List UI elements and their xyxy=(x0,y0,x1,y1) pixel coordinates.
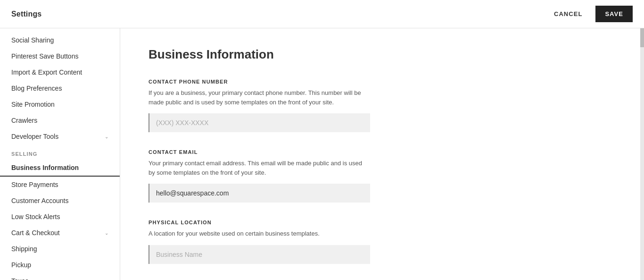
sidebar-item-shipping[interactable]: Shipping xyxy=(0,241,120,257)
body: Social Sharing Pinterest Save Buttons Im… xyxy=(0,28,644,280)
sidebar-item-cart-checkout[interactable]: Cart & Checkout ⌄ xyxy=(0,225,120,241)
settings-title: Settings xyxy=(11,10,41,18)
right-scrollbar[interactable] xyxy=(640,28,644,280)
sidebar-item-blog-preferences[interactable]: Blog Preferences xyxy=(0,80,120,96)
chevron-down-icon: ⌄ xyxy=(105,134,108,139)
contact-email-section: CONTACT EMAIL Your primary contact email… xyxy=(149,149,612,203)
sidebar: Social Sharing Pinterest Save Buttons Im… xyxy=(0,28,120,280)
sidebar-item-business-information[interactable]: Business Information xyxy=(0,160,120,177)
chevron-down-icon: ⌄ xyxy=(105,230,108,236)
contact-email-input[interactable] xyxy=(149,184,370,203)
right-scrollbar-thumb[interactable] xyxy=(640,28,644,47)
sidebar-item-customer-accounts[interactable]: Customer Accounts xyxy=(0,193,120,209)
contact-email-desc: Your primary contact email address. This… xyxy=(149,159,370,177)
sidebar-item-pinterest-save-buttons[interactable]: Pinterest Save Buttons xyxy=(0,48,120,64)
sidebar-item-store-payments[interactable]: Store Payments xyxy=(0,177,120,193)
sidebar-item-import-export-content[interactable]: Import & Export Content xyxy=(0,64,120,80)
contact-phone-input[interactable] xyxy=(149,113,370,132)
physical-location-desc: A location for your website used on cert… xyxy=(149,229,370,238)
main-content: Business Information CONTACT PHONE NUMBE… xyxy=(120,28,640,280)
sidebar-item-pickup[interactable]: Pickup xyxy=(0,257,120,273)
save-button[interactable]: SAVE xyxy=(595,6,633,22)
page-title: Business Information xyxy=(149,47,612,62)
sidebar-item-crawlers[interactable]: Crawlers xyxy=(0,112,120,128)
sidebar-item-low-stock-alerts[interactable]: Low Stock Alerts xyxy=(0,209,120,225)
physical-location-section: PHYSICAL LOCATION A location for your we… xyxy=(149,220,612,264)
selling-section-label: SELLING xyxy=(0,144,120,160)
header-actions: CANCEL SAVE xyxy=(548,6,633,22)
physical-location-label: PHYSICAL LOCATION xyxy=(149,220,612,225)
cancel-button[interactable]: CANCEL xyxy=(548,7,588,21)
sidebar-item-developer-tools[interactable]: Developer Tools ⌄ xyxy=(0,128,120,144)
sidebar-item-site-promotion[interactable]: Site Promotion xyxy=(0,96,120,112)
contact-email-label: CONTACT EMAIL xyxy=(149,149,612,155)
physical-location-input[interactable] xyxy=(149,245,370,264)
contact-phone-desc: If you are a business, your primary cont… xyxy=(149,88,370,107)
header: Settings CANCEL SAVE xyxy=(0,0,644,28)
sidebar-item-taxes[interactable]: Taxes xyxy=(0,273,120,280)
contact-phone-label: CONTACT PHONE NUMBER xyxy=(149,79,612,85)
sidebar-item-social-sharing[interactable]: Social Sharing xyxy=(0,32,120,48)
contact-phone-section: CONTACT PHONE NUMBER If you are a busine… xyxy=(149,79,612,132)
